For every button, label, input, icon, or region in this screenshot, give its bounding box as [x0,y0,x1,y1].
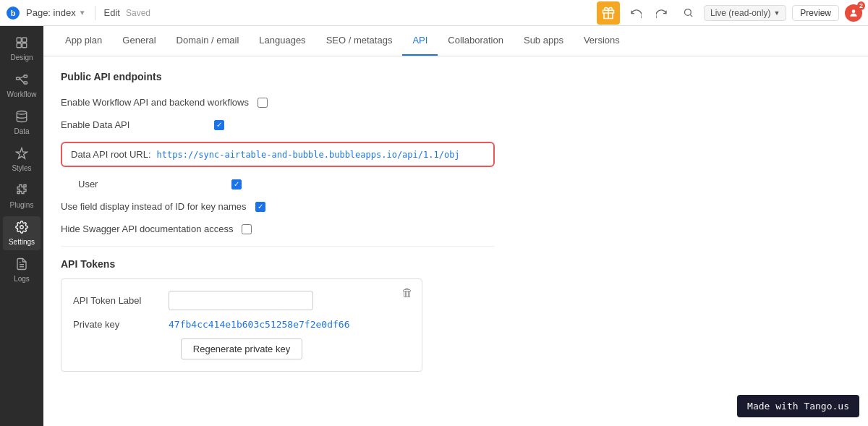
avatar[interactable]: 2 [845,4,862,22]
sidebar-item-label: Workflow [7,90,37,98]
user-row: User ✓ [78,179,851,189]
svg-point-14 [17,111,27,115]
user-checkbox[interactable]: ✓ [231,179,242,189]
enable-workflow-label: Enable Workflow API and backend workflow… [61,97,249,108]
styles-icon [15,147,28,162]
hide-swagger-label: Hide Swagger API documentation access [61,223,233,234]
enable-data-row: Enable Data API ✓ [61,119,851,130]
private-key-label: Private key [73,319,160,330]
logs-icon [15,257,28,273]
main-layout: Design Workflow Data Styles Plugins [0,26,868,426]
svg-rect-8 [22,43,27,48]
api-settings-content: Public API endpoints Enable Workflow API… [43,56,868,426]
svg-point-15 [20,226,24,229]
private-key-row: Private key 47fb4cc414e1b603c51258e7f2e0… [73,319,410,330]
workflow-icon [15,73,28,88]
sidebar-item-label: Logs [14,275,30,283]
sidebar-item-settings[interactable]: Settings [3,216,41,250]
tab-languages[interactable]: Languages [249,26,315,56]
watermark: Made with Tango.us [737,395,859,417]
sidebar-item-data[interactable]: Data [3,106,41,140]
use-field-display-row: Use field display instead of ID for key … [61,201,851,212]
chevron-down-icon: ▼ [773,9,780,17]
design-icon [15,36,28,51]
data-icon [15,110,28,125]
enable-data-checkbox[interactable]: ✓ [214,120,224,130]
tab-seo-metatags[interactable]: SEO / metatags [316,26,403,56]
sidebar-item-label: Data [14,127,29,135]
section-title: Public API endpoints [61,71,851,82]
svg-rect-11 [24,82,27,84]
avatar-notif: 2 [857,1,865,10]
svg-rect-5 [17,38,21,42]
enable-workflow-checkbox[interactable] [258,98,268,108]
private-key-value[interactable]: 47fb4cc414e1b603c51258e7f2e0df66 [169,319,349,330]
svg-rect-10 [24,75,27,77]
tab-api[interactable]: API [402,26,438,56]
sidebar-item-label: Settings [9,238,35,246]
tab-app-plan[interactable]: App plan [55,26,112,56]
hide-swagger-checkbox[interactable] [242,224,252,234]
use-field-display-checkbox[interactable]: ✓ [255,202,265,212]
delete-token-button[interactable]: 🗑 [401,286,413,299]
token-label-row: API Token Label [73,291,410,310]
svg-rect-6 [22,38,27,42]
token-card: 🗑 API Token Label Private key 47fb4cc414… [61,278,422,372]
use-field-display-label: Use field display instead of ID for key … [61,201,247,212]
sidebar-item-plugins[interactable]: Plugins [3,179,41,213]
saved-status: Saved [126,8,150,18]
api-token-label-input[interactable] [169,291,313,310]
preview-button[interactable]: Preview [792,5,839,21]
sidebar-item-design[interactable]: Design [3,32,41,66]
tab-sub-apps[interactable]: Sub apps [514,26,574,56]
enable-data-label: Enable Data API [61,119,205,130]
svg-line-13 [20,79,24,83]
sidebar-item-logs[interactable]: Logs [3,253,41,287]
settings-tabs: App plan General Domain / email Language… [43,26,868,56]
search-button[interactable] [678,3,698,23]
svg-rect-7 [17,43,21,48]
divider [95,6,95,20]
regenerate-private-key-button[interactable]: Regenerate private key [181,338,302,359]
sidebar: Design Workflow Data Styles Plugins [0,26,43,426]
tab-collaboration[interactable]: Collaboration [438,26,514,56]
svg-line-3 [690,14,692,17]
chevron-down-icon: ▼ [79,9,86,17]
svg-line-12 [20,77,24,79]
sidebar-item-label: Design [10,54,33,61]
sidebar-item-label: Styles [12,164,31,172]
enable-workflow-row: Enable Workflow API and backend workflow… [61,97,851,108]
svg-rect-9 [17,77,20,80]
main-content: App plan General Domain / email Language… [43,26,868,426]
page-selector[interactable]: Page: index ▼ [26,7,86,18]
live-label: Live (read-only) [710,8,770,18]
plugins-icon [15,184,28,199]
data-api-url-label: Data API root URL: [71,149,151,160]
top-bar: b Page: index ▼ Edit Saved Live (read-on… [0,0,868,26]
gift-icon[interactable] [597,1,620,25]
hide-swagger-row: Hide Swagger API documentation access [61,223,851,234]
data-api-root-url-box: Data API root URL: https://sync-airtable… [61,142,495,167]
tab-versions[interactable]: Versions [574,26,630,56]
page-label: Page: index [26,7,76,18]
sidebar-item-workflow[interactable]: Workflow [3,69,41,103]
sidebar-item-label: Plugins [10,201,34,209]
separator [61,246,495,247]
edit-button[interactable]: Edit [104,7,120,18]
settings-icon [15,221,28,236]
data-api-url-value[interactable]: https://sync-airtable-and-bubble.bubblea… [157,150,460,160]
tab-general[interactable]: General [112,26,166,56]
sidebar-item-styles[interactable]: Styles [3,142,41,176]
undo-button[interactable] [626,3,646,23]
api-token-label-text: API Token Label [73,295,160,306]
svg-point-4 [852,9,856,13]
tab-domain-email[interactable]: Domain / email [166,26,250,56]
live-mode-button[interactable]: Live (read-only) ▼ [704,5,786,21]
bubble-logo: b [6,6,20,20]
redo-button[interactable] [652,3,672,23]
svg-text:b: b [11,9,16,17]
api-tokens-heading: API Tokens [61,258,851,270]
svg-point-2 [684,9,691,16]
user-label: User [78,179,223,189]
